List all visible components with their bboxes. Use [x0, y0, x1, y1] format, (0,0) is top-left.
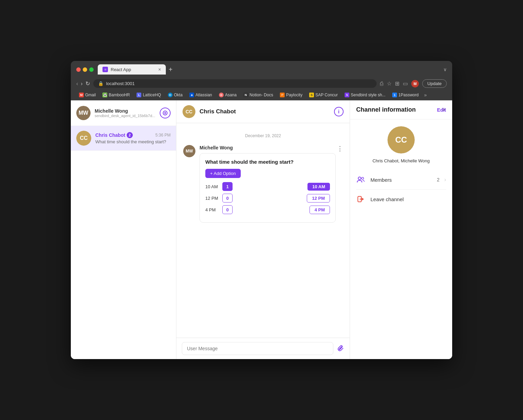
poll-option-12pm: 12 PM 0 12 PM — [205, 194, 330, 203]
poll-card: What time should the meeting start? + Ad… — [200, 153, 336, 223]
nav-buttons: ‹ › ↻ — [76, 80, 90, 87]
channel-info-button[interactable]: i — [334, 107, 344, 116]
maximize-window-button[interactable] — [89, 67, 94, 72]
panel-title: Channel information — [356, 106, 416, 113]
sidebar-header: MW Michelle Wong sendbird_desk_agent_id_… — [71, 100, 176, 126]
new-tab-button[interactable]: + — [169, 66, 173, 74]
active-tab[interactable]: ⚛ React App × — [98, 64, 166, 75]
message-sender-avatar: MW — [183, 145, 195, 157]
poll-count-12pm[interactable]: 0 — [222, 194, 233, 203]
conv-name: Chris Chabot 2 — [95, 132, 133, 138]
bookmark-asana[interactable]: ⊕ Asana — [216, 92, 239, 98]
traffic-lights — [76, 67, 94, 72]
chat-header: CC Chris Chabot i — [176, 100, 350, 123]
conv-preview: What time should the meeting start? — [95, 139, 171, 144]
channel-members-text: Chris Chabot, Michelle Wong — [373, 158, 430, 163]
conv-avatar-chris: CC — [76, 131, 91, 146]
date-divider: December 19, 2022 — [183, 133, 343, 138]
conv-unread-badge: 2 — [127, 132, 133, 138]
chat-header-name: Chris Chabot — [200, 108, 330, 115]
poll-count-10am[interactable]: 1 — [222, 182, 233, 191]
edit-link[interactable]: Edit — [437, 107, 446, 113]
attach-button[interactable] — [337, 344, 344, 353]
poll-option-label-10am: 10 AM — [205, 184, 222, 189]
forward-button[interactable]: › — [81, 81, 82, 87]
bookmark-atlassian[interactable]: ◈ Atlassian — [187, 92, 215, 98]
user-avatar-button[interactable]: M — [411, 80, 419, 87]
sidebar-user-name: Michelle Wong — [95, 108, 156, 114]
message-content: Michelle Wong ⋮ What time should the mee… — [200, 145, 343, 223]
panel-menu: Members 2 › Leave chann — [356, 170, 446, 209]
current-user-avatar: MW — [76, 106, 91, 120]
members-menu-item[interactable]: Members 2 › — [356, 170, 446, 190]
sidebar-user-info: Michelle Wong sendbird_desk_agent_id_15b… — [95, 108, 156, 118]
channel-avatar: CC — [387, 126, 415, 154]
poll-question: What time should the meeting start? — [205, 159, 330, 165]
browser-window: ⚛ React App × + ∨ ‹ › ↻ 🔒 localhost:3001… — [71, 61, 452, 359]
message-sender-name: Michelle Wong ⋮ — [200, 145, 343, 150]
bookmark-notion[interactable]: N Notion- Docs — [241, 92, 276, 98]
share-icon[interactable]: ⎙ — [380, 81, 383, 87]
message-more-button[interactable]: ⋮ — [337, 145, 343, 152]
bookmark-1password[interactable]: 1 1Password — [390, 92, 421, 98]
sidebar-user-id: sendbird_desk_agent_id_15b6b7d... — [95, 114, 156, 118]
leave-channel-menu-item[interactable]: Leave channel — [356, 190, 446, 209]
svg-point-3 — [358, 177, 361, 180]
extensions-icon[interactable]: ⊞ — [395, 80, 399, 87]
address-field[interactable]: 🔒 localhost:3001 — [93, 79, 377, 88]
url-display: localhost:3001 — [106, 81, 135, 86]
conv-info-chris: Chris Chabot 2 5:36 PM What time should … — [95, 132, 171, 144]
chat-header-avatar: CC — [183, 105, 195, 118]
refresh-button[interactable]: ↻ — [85, 80, 90, 87]
poll-count-4pm[interactable]: 0 — [222, 205, 233, 214]
back-button[interactable]: ‹ — [76, 81, 78, 87]
more-bookmarks-button[interactable]: » — [424, 92, 427, 98]
title-bar: ⚛ React App × + ∨ — [71, 61, 452, 77]
poll-result-4pm: 4 PM — [310, 206, 330, 214]
tab-title: React App — [111, 67, 131, 72]
leave-icon — [356, 194, 366, 204]
leave-channel-label: Leave channel — [370, 196, 446, 202]
panel-body: CC Chris Chabot, Michelle Wong — [350, 119, 452, 215]
bookmark-okta[interactable]: O Okta — [165, 92, 185, 98]
message-input-area — [176, 338, 350, 359]
members-icon — [356, 175, 366, 184]
tab-favicon: ⚛ — [102, 67, 108, 72]
app-container: MW Michelle Wong sendbird_desk_agent_id_… — [71, 100, 452, 359]
channel-info-panel: Channel information × Edit CC Chris Chab… — [350, 100, 452, 359]
message-group: MW Michelle Wong ⋮ What time should the … — [183, 145, 343, 223]
sidebar: MW Michelle Wong sendbird_desk_agent_id_… — [71, 100, 176, 359]
bookmark-sap[interactable]: S SAP Concur — [306, 92, 340, 98]
minimize-window-button[interactable] — [83, 67, 87, 72]
conversation-item-chris[interactable]: CC Chris Chabot 2 5:36 PM What time shou… — [71, 126, 176, 151]
reader-view-icon[interactable]: ▭ — [403, 80, 408, 87]
poll-option-label-12pm: 12 PM — [205, 196, 222, 201]
chat-area: CC Chris Chabot i December 19, 2022 MW M… — [176, 100, 350, 359]
members-arrow-icon: › — [444, 177, 446, 183]
compose-button[interactable] — [160, 108, 171, 118]
bookmark-bamboohr[interactable]: 🐼 BambooHR — [100, 92, 132, 98]
bookmark-sendbird[interactable]: S Sendbird style sh... — [342, 92, 388, 98]
address-bar: ‹ › ↻ 🔒 localhost:3001 ⎙ ☆ ⊞ ▭ M Update — [71, 77, 452, 91]
message-input[interactable] — [182, 342, 333, 355]
tab-expand-button[interactable]: ∨ — [443, 67, 447, 72]
bookmarks-bar: M Gmail 🐼 BambooHR L LatticeHQ O Okta ◈ … — [71, 91, 452, 100]
poll-option-10am: 10 AM 1 10 AM — [205, 182, 330, 191]
poll-result-12pm: 12 PM — [307, 194, 330, 203]
poll-option-label-4pm: 4 PM — [205, 207, 222, 212]
close-window-button[interactable] — [76, 67, 81, 72]
svg-point-4 — [362, 177, 364, 179]
add-option-button[interactable]: + Add Option — [205, 169, 241, 178]
members-count: 2 — [437, 177, 440, 182]
tab-bar: ⚛ React App × + ∨ — [98, 64, 447, 75]
members-label: Members — [370, 177, 432, 183]
address-icons: ⎙ ☆ ⊞ ▭ — [380, 80, 408, 87]
poll-result-10am: 10 AM — [307, 183, 330, 191]
poll-option-4pm: 4 PM 0 4 PM — [205, 205, 330, 214]
bookmark-icon[interactable]: ☆ — [387, 80, 392, 87]
update-button[interactable]: Update — [422, 79, 447, 88]
bookmark-gmail[interactable]: M Gmail — [76, 92, 98, 98]
tab-close-button[interactable]: × — [158, 67, 161, 72]
bookmark-paylocity[interactable]: P Paylocity — [277, 92, 305, 98]
bookmark-latticehq[interactable]: L LatticeHQ — [134, 92, 163, 98]
